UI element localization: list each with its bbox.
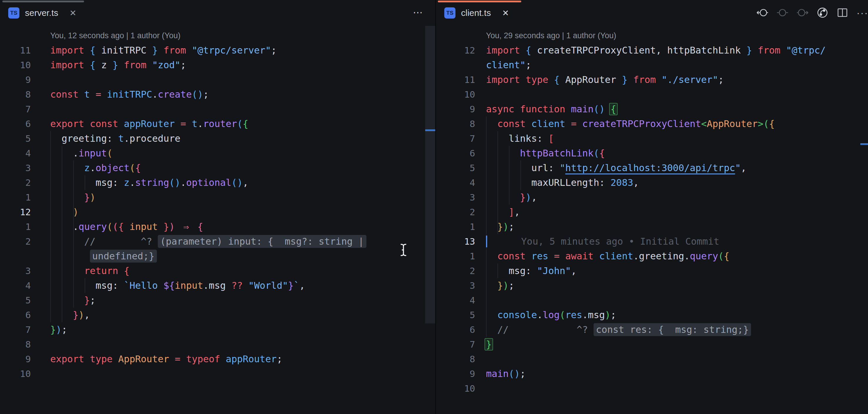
editor-group-sash[interactable]: [435, 0, 436, 414]
line-number: 1: [438, 219, 475, 234]
line-number: 2: [0, 234, 31, 249]
line-number: 6: [438, 322, 475, 337]
line-number: 5: [0, 293, 31, 307]
line-number: 3: [0, 263, 31, 278]
line-number: 11: [0, 43, 31, 58]
overview-ruler-mark: [860, 143, 868, 145]
code-line[interactable]: import { createTRPCProxyClient, httpBatc…: [486, 43, 826, 58]
overview-ruler-mark: [425, 129, 436, 131]
code-line[interactable]: ): [50, 205, 79, 219]
code-line[interactable]: msg: `Hello ${input.msg ?? "World"}`,: [50, 278, 305, 293]
code-line[interactable]: });: [50, 322, 67, 337]
code-line[interactable]: url: "http://localhost:3000/api/trpc",: [486, 160, 746, 175]
active-line-number: 12: [0, 205, 31, 219]
code-line[interactable]: greeting: t.procedure: [50, 131, 180, 146]
editor-pane-client[interactable]: You, 29 seconds ago | 1 author (You)12im…: [438, 0, 868, 414]
code-line[interactable]: main();: [486, 366, 526, 381]
line-number: 8: [438, 352, 475, 366]
line-number: 1: [0, 219, 31, 234]
code-line[interactable]: }: [486, 337, 492, 352]
code-line[interactable]: const res = await client.greeting.query(…: [486, 249, 729, 263]
line-number: 6: [0, 116, 31, 131]
code-line[interactable]: maxURLLength: 2083,: [486, 175, 639, 190]
line-number: 4: [438, 293, 475, 307]
code-line[interactable]: import { z } from "zod";: [50, 58, 186, 72]
code-line[interactable]: }),: [50, 307, 90, 322]
line-number: 3: [0, 160, 31, 175]
git-codelens[interactable]: You, 12 seconds ago | 1 author (You): [50, 28, 180, 43]
inline-type-hint: undefined;}: [90, 249, 157, 263]
line-number: 4: [0, 146, 31, 160]
line-number: 7: [438, 337, 475, 352]
code-line[interactable]: const t = initTRPC.create();: [50, 87, 209, 102]
code-line[interactable]: msg: z.string().optional(),: [50, 175, 248, 190]
line-number: 4: [438, 175, 475, 190]
code-line[interactable]: console.log(res.msg);: [486, 307, 616, 322]
code-line[interactable]: .input(: [50, 146, 113, 160]
line-number: 8: [0, 87, 31, 102]
mouse-text-cursor: [397, 242, 410, 258]
code-line[interactable]: You, 5 minutes ago • Initial Commit: [486, 234, 719, 249]
line-number: 10: [438, 87, 475, 102]
line-number: 3: [438, 278, 475, 293]
code-line[interactable]: export const appRouter = t.router({: [50, 116, 248, 131]
line-number: 8: [438, 116, 475, 131]
code-line[interactable]: msg: "John",: [486, 263, 577, 278]
code-line[interactable]: };: [50, 293, 95, 307]
code-line[interactable]: });: [486, 219, 514, 234]
code-line[interactable]: undefined;}: [50, 249, 157, 263]
line-number: 2: [438, 263, 475, 278]
line-number: 9: [0, 72, 31, 87]
line-number: 5: [0, 131, 31, 146]
code-line[interactable]: const client = createTRPCProxyClient<App…: [486, 116, 775, 131]
line-number: 7: [438, 131, 475, 146]
line-number: 4: [0, 278, 31, 293]
code-line[interactable]: httpBatchLink({: [486, 146, 605, 160]
inline-blame: You, 5 minutes ago • Initial Commit: [521, 236, 719, 247]
code-line[interactable]: // ^? (parameter) input: { msg?: string …: [50, 234, 366, 249]
code-line[interactable]: links: [: [486, 131, 554, 146]
code-line[interactable]: import { initTRPC } from "@trpc/server";: [50, 43, 277, 58]
line-number: 9: [0, 352, 31, 366]
line-number: 8: [0, 337, 31, 352]
line-number: 5: [438, 160, 475, 175]
line-number: 11: [438, 72, 475, 87]
code-line[interactable]: // ^? const res: { msg: string;}: [486, 322, 751, 337]
line-number: 7: [0, 322, 31, 337]
line-number: 5: [438, 307, 475, 322]
inline-type-hint: (parameter) input: { msg?: string |: [158, 235, 366, 248]
code-line[interactable]: }): [50, 190, 95, 205]
editor-pane-server[interactable]: You, 12 seconds ago | 1 author (You)11im…: [0, 0, 425, 414]
code-line[interactable]: async function main() {: [486, 102, 616, 116]
line-number: 12: [438, 43, 475, 58]
vscode-window: TS server.ts ✕ ⋯ TS client.ts ✕: [0, 0, 868, 414]
git-codelens[interactable]: You, 29 seconds ago | 1 author (You): [486, 28, 616, 43]
line-number: 6: [0, 307, 31, 322]
active-line-number: 13: [438, 234, 475, 249]
line-number: 6: [438, 146, 475, 160]
code-line[interactable]: z.object({: [50, 160, 141, 175]
line-number: 10: [0, 58, 31, 72]
code-line[interactable]: return {: [50, 263, 130, 278]
left-editor-scrollbar[interactable]: [425, 26, 436, 323]
code-line[interactable]: }),: [486, 190, 537, 205]
line-number: 3: [438, 190, 475, 205]
code-line[interactable]: .query(({ input }) ⇒ {: [50, 219, 203, 234]
code-line[interactable]: export type AppRouter = typeof appRouter…: [50, 352, 282, 366]
code-line[interactable]: ],: [486, 205, 520, 219]
line-number: 10: [438, 381, 475, 396]
line-number: 7: [0, 102, 31, 116]
code-line[interactable]: });: [486, 278, 514, 293]
code-line[interactable]: import type { AppRouter } from "./server…: [486, 72, 724, 87]
line-number: 2: [438, 205, 475, 219]
line-number: 1: [0, 190, 31, 205]
line-number: 1: [438, 249, 475, 263]
line-number: 2: [0, 175, 31, 190]
inline-type-hint: const res: { msg: string;}: [594, 323, 751, 336]
line-number: 10: [0, 366, 31, 381]
code-line[interactable]: client";: [486, 58, 531, 72]
line-number: 9: [438, 366, 475, 381]
line-number: 9: [438, 102, 475, 116]
